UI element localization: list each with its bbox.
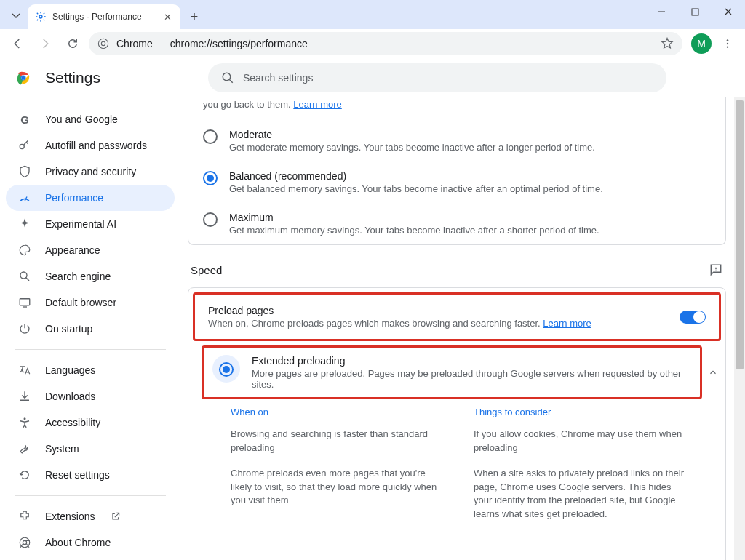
svg-point-14 [20,145,24,149]
preload-card: Preload pages When on, Chrome preloads p… [188,287,726,560]
new-tab-button[interactable]: + [183,6,205,28]
settings-header: Settings Search settings [0,58,745,97]
when-on-p2: Chrome preloads even more pages that you… [231,467,447,508]
preload-learn-more-link[interactable]: Learn more [543,318,591,329]
extended-preloading-option[interactable]: Extended preloading More pages are prelo… [204,348,700,397]
divider [15,349,166,350]
preload-toggle-row[interactable]: Preload pages When on, Chrome preloads p… [195,295,719,339]
power-icon [17,321,32,336]
sidebar-item-reset[interactable]: Reset settings [6,462,175,488]
sidebar-item-autofill[interactable]: Autofill and passwords [6,132,175,159]
search-icon [221,71,234,84]
bookmark-star-icon[interactable] [661,37,674,50]
close-window-button[interactable] [712,0,745,23]
sidebar-item-system[interactable]: System [6,436,175,462]
svg-point-7 [727,46,728,47]
consider-p1: If you allow cookies, Chrome may use the… [474,428,690,455]
speed-heading: Speed [191,264,222,276]
preload-desc: When on, Chrome preloads pages which mak… [208,318,591,329]
standard-preloading-option[interactable]: Standard preloading Some of the pages yo… [188,548,725,560]
learn-more-link[interactable]: Learn more [293,99,341,110]
sidebar-item-about-chrome[interactable]: About Chrome [6,529,175,556]
tab-search-button[interactable] [6,6,26,26]
vertical-scrollbar[interactable] [734,97,745,560]
meter-icon [17,191,32,205]
settings-search-input[interactable]: Search settings [208,63,666,92]
sidebar-item-downloads[interactable]: Downloads [6,383,175,409]
profile-avatar[interactable]: M [691,33,712,54]
settings-sidebar: GYou and Google Autofill and passwords P… [0,97,180,560]
memory-option-maximum[interactable]: MaximumGet maximum memory savings. Your … [188,203,725,244]
browser-toolbar: Chrome chrome://settings/performance M [0,29,745,58]
sidebar-item-experimental-ai[interactable]: Experimental AI [6,211,175,237]
chrome-icon [17,535,32,550]
minimize-button[interactable] [645,0,678,23]
tab-close-button[interactable]: ✕ [162,11,173,23]
google-g-icon: G [17,112,32,127]
svg-point-24 [715,271,717,272]
external-link-icon [111,511,121,521]
collapse-button[interactable] [705,363,725,382]
sidebar-item-appearance[interactable]: Appearance [6,237,175,263]
svg-point-3 [98,39,108,48]
shield-icon [17,164,32,179]
radio-icon [203,212,218,227]
sidebar-item-you-and-google[interactable]: GYou and Google [6,106,175,132]
back-button[interactable] [6,32,29,55]
feedback-icon[interactable] [709,263,723,277]
svg-line-17 [26,278,30,281]
search-placeholder: Search settings [243,72,314,84]
language-icon [17,363,32,377]
svg-rect-2 [692,9,698,15]
settings-main-pane: you go back to them. Learn more Moderate… [180,97,745,560]
consider-p2: When a site asks to privately preload li… [474,467,690,521]
extended-details: When on Browsing and searching is faster… [188,399,725,548]
svg-point-11 [22,76,25,79]
svg-line-13 [229,79,233,83]
chrome-icon [97,38,109,49]
svg-point-12 [223,73,231,81]
reset-icon [17,468,32,482]
sidebar-item-privacy[interactable]: Privacy and security [6,159,175,185]
sidebar-item-languages[interactable]: Languages [6,357,175,383]
chevron-down-icon [12,12,20,20]
things-to-consider-heading: Things to consider [474,407,690,417]
sidebar-item-on-startup[interactable]: On startup [6,316,175,342]
radio-selected-icon [203,171,218,185]
sidebar-item-extensions[interactable]: Extensions [6,503,175,529]
browser-titlebar: Settings - Performance ✕ + [0,0,745,29]
forward-button[interactable] [33,32,57,55]
extended-desc: More pages are preloaded. Pages may be p… [252,368,691,390]
sidebar-item-search-engine[interactable]: Search engine [6,263,175,289]
svg-point-20 [24,417,26,420]
memory-option-moderate[interactable]: ModerateGet moderate memory savings. You… [188,120,725,161]
omnibox[interactable]: Chrome chrome://settings/performance [89,32,682,55]
download-icon [17,389,32,404]
maximize-button[interactable] [678,0,712,23]
sidebar-item-performance[interactable]: Performance [6,185,175,211]
preload-toggle[interactable] [680,311,706,324]
browser-menu-button[interactable] [716,32,739,55]
browser-tab-active[interactable]: Settings - Performance ✕ [28,4,180,29]
sparkle-icon [17,217,32,231]
svg-rect-18 [20,299,30,305]
svg-point-0 [39,15,42,18]
search-icon [17,269,32,284]
reload-button[interactable] [61,32,84,55]
wrench-icon [17,441,32,456]
chrome-logo-icon [15,69,32,87]
speed-section-header: Speed [191,263,723,277]
omnibox-origin-label: Chrome [116,38,153,49]
gear-icon [35,11,47,23]
svg-point-4 [101,41,105,45]
radio-icon [203,129,218,144]
chevron-up-icon [708,367,718,377]
monitor-icon [17,295,32,310]
radio-selected-icon [219,362,234,377]
scrollbar-thumb[interactable] [736,100,744,369]
accessibility-icon [17,415,32,430]
divider [15,495,166,496]
sidebar-item-default-browser[interactable]: Default browser [6,289,175,316]
sidebar-item-accessibility[interactable]: Accessibility [6,409,175,436]
memory-option-balanced[interactable]: Balanced (recommended)Get balanced memor… [188,161,725,203]
